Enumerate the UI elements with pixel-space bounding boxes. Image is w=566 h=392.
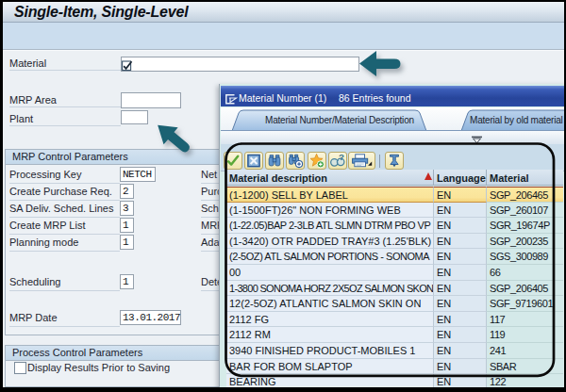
svg-text:Material by old material numb: Material by old material numb bbox=[470, 115, 564, 125]
svg-text:?: ? bbox=[339, 153, 344, 162]
svg-text:Material Number/Material Descr: Material Number/Material Description bbox=[265, 115, 414, 125]
